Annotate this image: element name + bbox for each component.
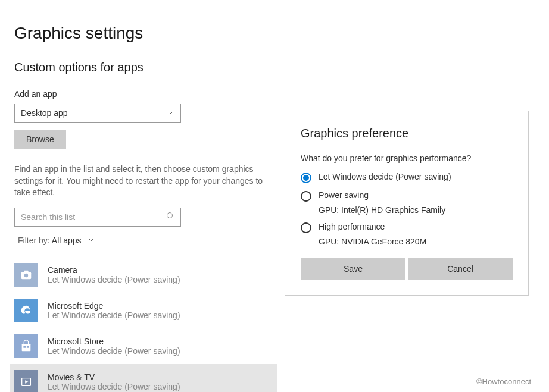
app-list: CameraLet Windows decide (Power saving)M… — [10, 257, 277, 392]
watermark: ©Howtoconnect — [476, 377, 531, 386]
app-subtitle: Let Windows decide (Power saving) — [48, 382, 180, 391]
app-subtitle: Let Windows decide (Power saving) — [48, 346, 180, 356]
svg-rect-5 — [22, 344, 31, 351]
app-name: Movies & TV — [48, 372, 180, 382]
radio-option-1[interactable]: Power saving — [301, 190, 513, 202]
svg-point-3 — [24, 273, 28, 277]
movies-icon — [14, 370, 38, 392]
app-item-movies[interactable]: Movies & TVLet Windows decide (Power sav… — [10, 364, 277, 392]
page-title: Graphics settings — [14, 24, 535, 43]
cancel-button[interactable]: Cancel — [408, 258, 513, 280]
radio-label: High performance — [319, 222, 385, 231]
app-name: Microsoft Store — [48, 337, 180, 346]
edge-icon — [14, 299, 38, 322]
radio-label: Let Windows decide (Power saving) — [319, 172, 451, 181]
add-app-label: Add an app — [14, 89, 535, 99]
app-type-dropdown[interactable]: Desktop app — [14, 104, 181, 123]
app-name: Camera — [48, 265, 180, 275]
svg-rect-6 — [23, 346, 26, 348]
app-name: Microsoft Edge — [48, 301, 180, 311]
browse-button[interactable]: Browse — [14, 130, 66, 149]
gpu-info: GPU: Intel(R) HD Graphics Family — [319, 205, 513, 215]
camera-icon — [14, 263, 38, 287]
dropdown-value: Desktop app — [21, 108, 68, 118]
radio-option-2[interactable]: High performance — [301, 222, 513, 233]
app-item-edge[interactable]: Microsoft EdgeLet Windows decide (Power … — [10, 293, 277, 328]
search-input-container[interactable] — [14, 208, 181, 227]
radio-circle-icon — [301, 191, 311, 202]
graphics-preference-dialog: Graphics preference What do you prefer f… — [285, 111, 529, 296]
section-title: Custom options for apps — [14, 61, 535, 74]
radio-circle-icon — [301, 222, 311, 233]
chevron-down-icon — [167, 108, 174, 118]
radio-circle-icon — [301, 173, 311, 183]
store-icon — [14, 334, 38, 358]
svg-line-1 — [172, 217, 174, 219]
chevron-down-icon — [88, 236, 95, 245]
filter-label: Filter by: — [18, 236, 52, 245]
radio-label: Power saving — [319, 190, 369, 200]
app-item-store[interactable]: Microsoft StoreLet Windows decide (Power… — [10, 328, 277, 364]
dialog-question: What do you prefer for graphics performa… — [301, 153, 513, 163]
gpu-info: GPU: NVIDIA GeForce 820M — [319, 237, 513, 246]
search-icon — [166, 212, 174, 222]
filter-value: All apps — [52, 236, 82, 245]
save-button[interactable]: Save — [301, 258, 405, 280]
svg-rect-4 — [24, 270, 28, 272]
dialog-title: Graphics preference — [301, 127, 513, 140]
svg-rect-7 — [27, 346, 29, 348]
radio-option-0[interactable]: Let Windows decide (Power saving) — [301, 172, 513, 183]
search-input[interactable] — [21, 212, 166, 222]
app-item-camera[interactable]: CameraLet Windows decide (Power saving) — [10, 257, 277, 293]
svg-point-0 — [167, 212, 173, 218]
app-subtitle: Let Windows decide (Power saving) — [48, 275, 180, 284]
app-subtitle: Let Windows decide (Power saving) — [48, 311, 180, 320]
description-text: Find an app in the list and select it, t… — [14, 164, 270, 199]
